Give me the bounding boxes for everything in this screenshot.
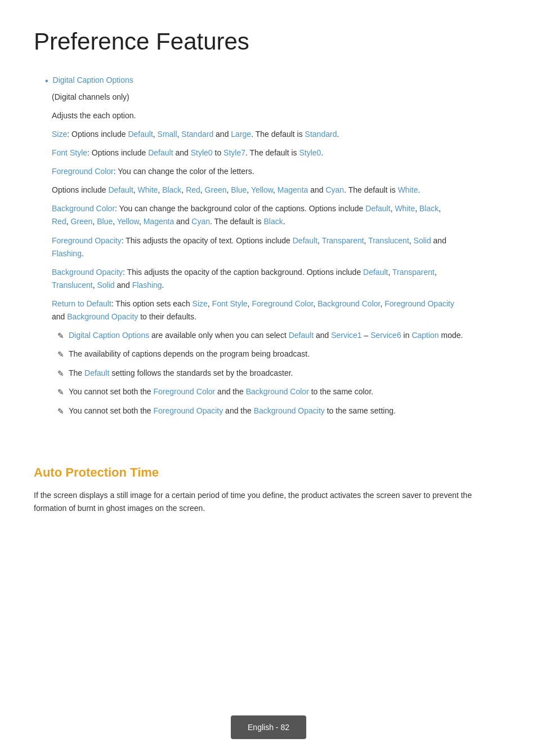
bg-color-block: Background Color: You can change the bac… <box>52 202 503 228</box>
bg-cyan-link[interactable]: Cyan <box>191 217 210 226</box>
bg-white-link[interactable]: White <box>395 204 415 213</box>
note1-service6-link[interactable]: Service6 <box>370 331 401 340</box>
size-default-link[interactable]: Default <box>128 130 153 139</box>
note3-default-link[interactable]: Default <box>84 368 109 377</box>
bg-black-link[interactable]: Black <box>419 204 438 213</box>
font-style-style0-link[interactable]: Style0 <box>191 148 213 157</box>
note-4: ✎ You cannot set both the Foreground Col… <box>57 385 503 398</box>
color-yellow-link[interactable]: Yellow <box>251 185 273 194</box>
fg-opacity-flashing-link[interactable]: Flashing <box>52 249 82 258</box>
bg-yellow-link[interactable]: Yellow <box>117 217 139 226</box>
note4-fgcolor-link[interactable]: Foreground Color <box>154 387 216 396</box>
bg-default-link[interactable]: Default <box>365 204 390 213</box>
size-standard-link[interactable]: Standard <box>181 130 213 139</box>
color-red-link[interactable]: Red <box>186 185 200 194</box>
note5-fgopacity-link[interactable]: Foreground Opacity <box>154 406 223 415</box>
page-content: Preference Features • Digital Caption Op… <box>0 0 537 569</box>
rtd-fontstyle-link[interactable]: Font Style <box>212 299 248 308</box>
auto-protection-text: If the screen displays a still image for… <box>34 489 503 515</box>
note5-bgopacity-link[interactable]: Background Opacity <box>254 406 325 415</box>
note-3-text: The Default setting follows the standard… <box>69 367 293 379</box>
fg-opacity-solid-link[interactable]: Solid <box>414 236 431 245</box>
note-1: ✎ Digital Caption Options are available … <box>57 329 503 342</box>
color-magenta-link[interactable]: Magenta <box>278 185 308 194</box>
size-link[interactable]: Size <box>52 130 67 139</box>
size-small-link[interactable]: Small <box>158 130 177 139</box>
digital-channels-note: (Digital channels only) <box>52 91 503 104</box>
fg-opacity-block: Foreground Opacity: This adjusts the opa… <box>52 234 503 260</box>
digital-caption-link[interactable]: Digital Caption Options <box>53 74 133 86</box>
font-style-default-val-link[interactable]: Style0 <box>299 148 321 157</box>
bg-opacity-transparent-link[interactable]: Transparent <box>392 268 435 277</box>
auto-protection-title: Auto Protection Time <box>34 463 503 482</box>
color-options-block: Options include Default, White, Black, R… <box>52 184 503 197</box>
bullet-dot: • <box>45 74 48 88</box>
bg-opacity-flashing-link[interactable]: Flashing <box>132 281 162 290</box>
footer: English - 82 <box>231 715 306 739</box>
rtd-bgcolor-link[interactable]: Background Color <box>317 299 380 308</box>
note-icon-1: ✎ <box>57 330 64 342</box>
color-cyan-link[interactable]: Cyan <box>325 185 344 194</box>
color-default-val-link[interactable]: White <box>398 185 418 194</box>
return-default-link[interactable]: Return to Default <box>52 299 111 308</box>
footer-text: English - 82 <box>248 723 289 732</box>
note1-dco-link[interactable]: Digital Caption Options <box>69 331 149 340</box>
color-blue-link[interactable]: Blue <box>231 185 247 194</box>
note-icon-4: ✎ <box>57 386 64 398</box>
bg-color-link[interactable]: Background Color <box>52 204 115 213</box>
digital-caption-section: (Digital channels only) Adjusts the each… <box>52 91 503 417</box>
fg-opacity-link[interactable]: Foreground Opacity <box>52 236 122 245</box>
bg-opacity-solid-link[interactable]: Solid <box>97 281 114 290</box>
fg-color-block: Foreground Color: You can change the col… <box>52 165 503 178</box>
note-1-text: Digital Caption Options are available on… <box>69 329 463 341</box>
bg-opacity-translucent-link[interactable]: Translucent <box>52 281 93 290</box>
note-icon-2: ✎ <box>57 348 64 361</box>
color-black-link[interactable]: Black <box>162 185 181 194</box>
font-style-default-link[interactable]: Default <box>148 148 173 157</box>
font-style-block: Font Style: Options include Default and … <box>52 146 503 159</box>
rtd-size-link[interactable]: Size <box>193 299 208 308</box>
bg-opacity-block: Background Opacity: This adjusts the opa… <box>52 266 503 292</box>
bg-magenta-link[interactable]: Magenta <box>144 217 174 226</box>
bg-default-val-link[interactable]: Black <box>263 217 283 226</box>
bullet-digital-caption: • Digital Caption Options <box>45 74 503 88</box>
page-title: Preference Features <box>34 23 503 60</box>
note-3: ✎ The Default setting follows the standa… <box>57 367 503 380</box>
fg-color-link[interactable]: Foreground Color <box>52 167 114 176</box>
rtd-fgcolor-link[interactable]: Foreground Color <box>252 299 313 308</box>
note4-bgcolor-link[interactable]: Background Color <box>246 387 309 396</box>
color-default-link[interactable]: Default <box>108 185 133 194</box>
fg-opacity-transparent-link[interactable]: Transparent <box>322 236 364 245</box>
bg-red-link[interactable]: Red <box>52 217 66 226</box>
fg-opacity-default-link[interactable]: Default <box>293 236 317 245</box>
rtd-fgopacity-link[interactable]: Foreground Opacity <box>384 299 454 308</box>
bg-opacity-default-link[interactable]: Default <box>363 268 388 277</box>
adjusts-note: Adjusts the each option. <box>52 109 503 122</box>
note-5: ✎ You cannot set both the Foreground Opa… <box>57 404 503 417</box>
note1-default-link[interactable]: Default <box>289 331 314 340</box>
font-style-style7-link[interactable]: Style7 <box>223 148 245 157</box>
note-2-text: The availability of captions depends on … <box>69 348 310 360</box>
note-icon-5: ✎ <box>57 405 64 417</box>
bg-opacity-link[interactable]: Background Opacity <box>52 268 123 277</box>
note-2: ✎ The availability of captions depends o… <box>57 348 503 361</box>
bg-blue-link[interactable]: Blue <box>97 217 113 226</box>
color-white-link[interactable]: White <box>138 185 158 194</box>
note-icon-3: ✎ <box>57 367 64 380</box>
note-4-text: You cannot set both the Foreground Color… <box>69 385 373 398</box>
color-green-link[interactable]: Green <box>205 185 227 194</box>
auto-protection-section: Auto Protection Time If the screen displ… <box>34 463 503 515</box>
rtd-bgopacity-link[interactable]: Background Opacity <box>67 312 138 321</box>
note1-service1-link[interactable]: Service1 <box>331 331 361 340</box>
fg-opacity-translucent-link[interactable]: Translucent <box>368 236 409 245</box>
note1-caption-link[interactable]: Caption <box>411 331 438 340</box>
size-block: Size: Options include Default, Small, St… <box>52 128 503 141</box>
size-default-val-link[interactable]: Standard <box>305 130 337 139</box>
return-default-block: Return to Default: This option sets each… <box>52 297 503 323</box>
font-style-link[interactable]: Font Style <box>52 148 87 157</box>
note-5-text: You cannot set both the Foreground Opaci… <box>69 404 396 417</box>
size-large-link[interactable]: Large <box>231 130 251 139</box>
bg-green-link[interactable]: Green <box>70 217 92 226</box>
